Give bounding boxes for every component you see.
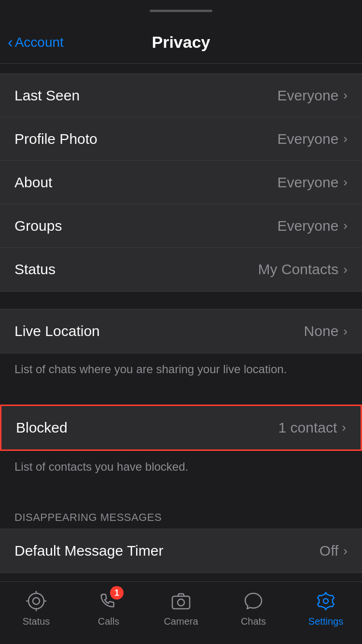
calls-tab-icon: 1 [97,589,121,613]
camera-tab-label: Camera [164,616,198,627]
live-location-chevron-icon: › [343,324,348,339]
live-location-value: None [304,323,339,339]
chats-tab-icon [241,589,265,613]
blocked-list-container: Blocked 1 contact › [0,405,362,451]
status-bar-line [150,10,212,12]
blocked-chevron-icon: › [342,420,346,435]
groups-value-group: Everyone › [278,218,348,234]
settings-tab-icon [314,589,338,613]
blocked-value-group: 1 contact › [278,420,346,436]
back-chevron-icon: ‹ [8,34,13,50]
groups-label: Groups [14,218,62,234]
last-seen-chevron-icon: › [343,88,348,103]
groups-chevron-icon: › [343,218,348,233]
settings-tab-label: Settings [308,616,343,627]
tab-chats[interactable]: Chats [224,589,282,627]
live-location-value-group: None › [304,323,348,339]
groups-item[interactable]: Groups Everyone › [0,204,362,248]
live-location-description: List of chats where you are sharing your… [0,353,362,387]
blocked-description: List of contacts you have blocked. [0,451,362,485]
about-item[interactable]: About Everyone › [0,161,362,204]
profile-photo-value-group: Everyone › [278,131,348,147]
tab-settings[interactable]: Settings [297,589,355,627]
calls-tab-label: Calls [98,616,119,627]
default-message-timer-chevron-icon: › [343,544,348,559]
tab-status[interactable]: Status [7,589,65,627]
status-tab-icon [24,589,48,613]
svg-point-7 [178,599,184,606]
page-title: Privacy [152,33,210,52]
svg-point-1 [33,598,40,604]
default-message-timer-label: Default Message Timer [14,543,163,559]
profile-photo-chevron-icon: › [343,131,348,146]
about-chevron-icon: › [343,175,348,190]
privacy-settings-section: Last Seen Everyone › Profile Photo Every… [0,73,362,292]
live-location-list: Live Location None › [0,309,362,353]
back-label: Account [15,35,64,50]
profile-photo-label: Profile Photo [14,131,97,147]
tab-camera[interactable]: Camera [152,589,210,627]
camera-tab-icon [169,589,193,613]
about-value-group: Everyone › [278,174,348,191]
nav-back-button[interactable]: ‹ Account [8,35,64,50]
chats-tab-label: Chats [241,616,266,627]
blocked-label: Blocked [16,420,68,436]
default-message-timer-value-group: Off › [320,543,348,559]
nav-bar: ‹ Account Privacy [0,21,362,64]
live-location-section: Live Location None › List of chats where… [0,309,362,387]
about-label: About [14,174,52,191]
status-chevron-icon: › [343,262,348,277]
last-seen-label: Last Seen [14,87,80,104]
about-value: Everyone [278,174,339,191]
section-gap-1 [0,292,362,309]
status-value: My Contacts [258,261,339,278]
last-seen-item[interactable]: Last Seen Everyone › [0,74,362,117]
groups-value: Everyone [278,218,339,234]
tab-calls[interactable]: 1 Calls [80,589,138,627]
tab-bar: Status 1 Calls Camera Chats [0,581,362,644]
default-message-timer-item[interactable]: Default Message Timer Off › [0,529,362,573]
default-message-timer-value: Off [320,543,338,559]
last-seen-value: Everyone [278,87,339,104]
disappearing-messages-header: DISAPPEARING MESSAGES [0,502,362,529]
svg-point-0 [28,593,44,609]
status-tab-label: Status [23,616,50,627]
status-label: Status [14,261,56,278]
svg-rect-6 [172,596,190,609]
privacy-settings-list: Last Seen Everyone › Profile Photo Every… [0,73,362,292]
calls-badge: 1 [110,586,124,600]
svg-point-8 [323,599,328,603]
blocked-item[interactable]: Blocked 1 contact › [1,406,361,449]
blocked-value: 1 contact [278,420,337,436]
status-item[interactable]: Status My Contacts › [0,248,362,291]
content-area: Last Seen Everyone › Profile Photo Every… [0,73,362,644]
status-value-group: My Contacts › [258,261,348,278]
profile-photo-value: Everyone [278,131,339,147]
disappearing-messages-list: Default Message Timer Off › [0,529,362,573]
last-seen-value-group: Everyone › [278,87,348,104]
live-location-item[interactable]: Live Location None › [0,309,362,353]
live-location-label: Live Location [14,323,100,339]
status-bar [0,0,362,21]
blocked-section: Blocked 1 contact › List of contacts you… [0,405,362,485]
profile-photo-item[interactable]: Profile Photo Everyone › [0,117,362,161]
